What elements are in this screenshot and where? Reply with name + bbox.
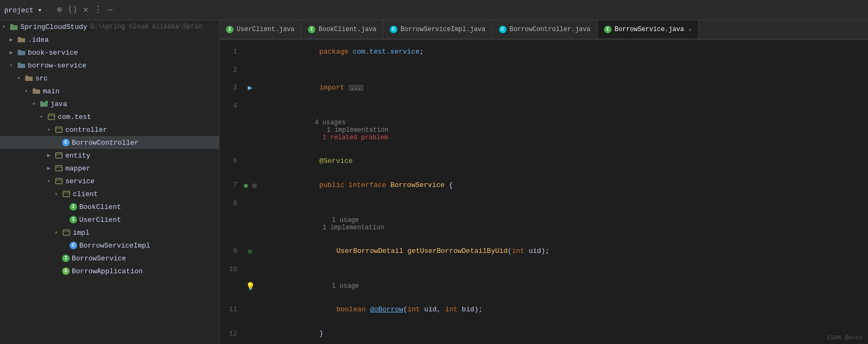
code-content-13: boolean doBorrow(int uid, int bid); — [256, 297, 868, 321]
code-table: 1 package com.test.service; 2 — [220, 40, 868, 344]
gutter-3: ▶ — [244, 76, 256, 100]
tab-icon-BorrowController: C — [499, 26, 507, 33]
BorrowService-label: BorrowService — [72, 255, 126, 263]
tab-label-UserClient: UserClient.java — [237, 26, 295, 33]
tab-label-BookClient: BookClient.java — [319, 26, 376, 33]
sidebar-item-impl[interactable]: ▾ impl — [0, 226, 219, 239]
tab-close-BorrowService[interactable]: ✕ — [688, 26, 692, 33]
tab-BorrowServiceImpl[interactable]: C BorrowServiceImpl.java — [383, 20, 492, 39]
expand-arrow: ▾ — [17, 75, 25, 81]
tab-BorrowController[interactable]: C BorrowController.java — [493, 20, 598, 39]
close-icon[interactable]: ✕ — [83, 6, 88, 14]
title-bar: project ▾ ⊕ ⟨⟩ ✕ ⋮ — — [0, 0, 868, 20]
project-dropdown[interactable]: project ▾ — [4, 6, 42, 14]
expand-imports[interactable]: ▶ — [248, 84, 252, 92]
sidebar-item-entity[interactable]: ▶ entity — [0, 149, 219, 162]
line-num-3: 3 — [220, 76, 244, 100]
code-line-4: 4 — [220, 100, 868, 111]
BorrowApplication-label: BorrowApplication — [72, 267, 143, 275]
sidebar-item-main[interactable]: ▾ main — [0, 85, 219, 98]
sidebar-item-BorrowService[interactable]: ▶ I BorrowService — [0, 252, 219, 265]
expand-arrow: ▾ — [32, 101, 40, 107]
svg-rect-2 — [18, 38, 25, 42]
code-line-6: 6 @Service — [220, 149, 868, 173]
gutter-13 — [244, 297, 256, 321]
svg-rect-6 — [18, 64, 25, 68]
expand-arrow: ▾ — [40, 114, 47, 120]
svg-rect-8 — [25, 77, 33, 81]
src-label: src — [35, 74, 48, 83]
tab-icon-BookClient: I — [308, 26, 315, 33]
lightbulb-icon[interactable]: 💡 — [246, 282, 255, 291]
sidebar-item-src[interactable]: ▾ src — [0, 72, 219, 85]
line-num-11: 10 — [220, 263, 244, 275]
sidebar-item-controller[interactable]: ▾ controller — [0, 123, 219, 136]
sidebar-item-borrow-service[interactable]: ▾ borrow-service — [0, 59, 219, 72]
line-num-8: 8 — [220, 197, 244, 209]
svg-rect-14 — [46, 101, 48, 103]
expand-arrow: ▶ — [10, 36, 17, 43]
minimize-icon[interactable]: — — [108, 6, 113, 14]
gutter-10: ◎ — [244, 239, 256, 263]
main-layout: ▾ SpringCloudStudy G:\spring cloud aliba… — [0, 20, 868, 344]
gutter-5 — [244, 111, 256, 149]
code-content-14: } — [256, 321, 868, 344]
gutter-2 — [244, 64, 256, 76]
import-dots[interactable]: ... — [349, 85, 364, 91]
service-label: service — [65, 177, 95, 185]
code-content-1: package com.test.service; — [256, 40, 868, 64]
code-line-10: 9 ◎ UserBorrowDetail getUserBorrowDetail… — [220, 239, 868, 263]
module-icon — [17, 61, 26, 70]
idea-label: .idea — [28, 36, 49, 44]
sidebar-item-mapper[interactable]: ▶ mapper — [0, 162, 219, 175]
com-test-label: com.test — [58, 113, 91, 121]
more-icon[interactable]: ⋮ — [94, 6, 102, 14]
UserClient-label: UserClient — [79, 216, 121, 224]
sidebar-item-book-service[interactable]: ▶ book-service — [0, 46, 219, 59]
expand-arrow: ▾ — [47, 178, 55, 184]
sidebar-item-client[interactable]: ▾ client — [0, 188, 219, 200]
package-icon — [55, 125, 63, 134]
code-line-5: 4 usages 1 implementation 1 related prob… — [220, 111, 868, 149]
code-content-10: UserBorrowDetail getUserBorrowDetailByUi… — [256, 239, 868, 263]
controller-label: controller — [65, 126, 107, 134]
sidebar-item-service[interactable]: ▾ service — [0, 175, 219, 188]
sidebar-item-project-root[interactable]: ▾ SpringCloudStudy G:\spring cloud aliba… — [0, 20, 219, 33]
svg-rect-27 — [63, 230, 70, 235]
navigate-icon[interactable]: ⟨⟩ — [67, 6, 78, 14]
sidebar-item-java[interactable]: ▾ java — [0, 98, 219, 110]
tab-BorrowService[interactable]: I BorrowService.java ✕ — [598, 20, 699, 40]
java-label: java — [50, 100, 67, 108]
svg-rect-13 — [40, 101, 43, 103]
sidebar-item-idea[interactable]: ▶ .idea — [0, 33, 219, 46]
sidebar-item-BorrowController[interactable]: ▶ C BorrowController — [0, 136, 219, 149]
class-icon: C — [62, 139, 70, 146]
package-icon — [55, 164, 63, 173]
expand-arrow: ▶ — [47, 152, 55, 159]
gutter-implements-icon: ◉ — [244, 182, 248, 190]
code-content-9: 1 usage 1 implementation — [256, 209, 868, 239]
book-service-label: book-service — [28, 49, 78, 57]
gutter-7: ◉ ◎ — [244, 173, 256, 197]
expand-arrow: ▶ — [10, 49, 17, 56]
code-line-9: 1 usage 1 implementation — [220, 209, 868, 239]
code-line-14: 12 } — [220, 321, 868, 344]
source-root-icon — [40, 100, 48, 108]
line-num-1: 1 — [220, 40, 244, 64]
line-num-4: 4 — [220, 100, 244, 111]
svg-rect-7 — [18, 63, 21, 64]
sidebar-item-BookClient[interactable]: ▶ I BookClient — [0, 200, 219, 213]
code-line-1: 1 package com.test.service; — [220, 40, 868, 64]
sidebar-item-BorrowApplication[interactable]: ▶ S BorrowApplication — [0, 265, 219, 278]
tab-BookClient[interactable]: I BookClient.java — [301, 20, 383, 39]
svg-rect-19 — [56, 153, 62, 158]
tab-UserClient[interactable]: I UserClient.java — [220, 20, 301, 39]
interface-icon: I — [70, 216, 77, 223]
editor-content[interactable]: 1 package com.test.service; 2 — [220, 40, 868, 344]
line-num-9 — [220, 209, 244, 239]
sidebar-item-BorrowServiceImpl[interactable]: ▶ C BorrowServiceImpl — [0, 239, 219, 252]
sidebar-item-com-test[interactable]: ▾ com.test — [0, 110, 219, 123]
add-icon[interactable]: ⊕ — [57, 6, 62, 14]
sidebar-item-UserClient[interactable]: ▶ I UserClient — [0, 213, 219, 226]
client-label: client — [73, 190, 98, 198]
